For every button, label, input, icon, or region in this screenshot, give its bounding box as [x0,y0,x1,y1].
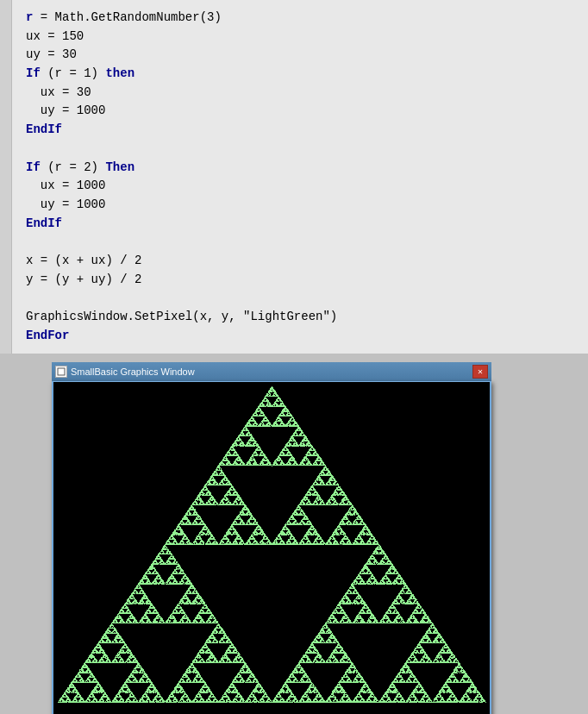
window-title: SmallBasic Graphics Window [71,366,195,377]
line-gutter [0,0,12,354]
window-close-button[interactable]: ✕ [472,365,488,379]
graphics-window-wrapper: SmallBasic Graphics Window ✕ [52,381,491,714]
window-icon [55,366,67,378]
svg-rect-0 [58,368,65,375]
code-content: r = Math.GetRandomNumber(3) ux = 150 uy … [26,9,571,345]
graphics-area: SmallBasic Graphics Window ✕ [0,354,588,714]
fractal-canvas [53,382,490,706]
titlebar-left: SmallBasic Graphics Window [55,366,195,378]
graphics-window [52,381,491,714]
code-editor: r = Math.GetRandomNumber(3) ux = 150 uy … [0,0,588,354]
window-titlebar: SmallBasic Graphics Window ✕ [52,362,491,381]
